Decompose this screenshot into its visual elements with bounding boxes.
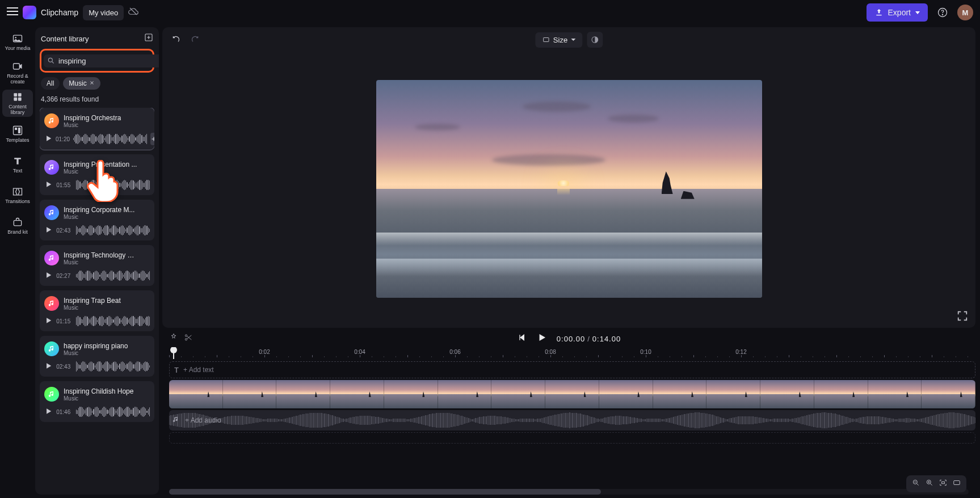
- play-button[interactable]: [536, 332, 546, 345]
- track-item[interactable]: Inspiring Presentation ...Music01:55: [40, 154, 154, 195]
- track-item[interactable]: happy inspiring pianoMusic02:43: [40, 336, 154, 377]
- svg-point-6: [15, 37, 16, 39]
- results-count: 4,366 results found: [40, 92, 154, 108]
- add-to-timeline-button[interactable]: [150, 133, 154, 145]
- add-text-placeholder[interactable]: + Add text: [183, 366, 214, 374]
- zoom-fit-button[interactable]: [939, 479, 947, 489]
- audio-lane[interactable]: + Add audio: [169, 410, 975, 431]
- music-note-icon: [44, 251, 59, 265]
- clear-search-button[interactable]: [157, 57, 159, 65]
- timeline-scrollbar-thumb[interactable]: [169, 489, 601, 495]
- zoom-out-button[interactable]: [912, 479, 920, 489]
- play-preview-button[interactable]: [44, 180, 53, 189]
- background-color-button[interactable]: [587, 32, 603, 48]
- user-avatar[interactable]: M: [957, 5, 973, 20]
- timeline-scrollbar[interactable]: [169, 489, 969, 495]
- preview-canvas[interactable]: [376, 80, 762, 298]
- ruler-label: 0:12: [735, 349, 746, 355]
- track-item[interactable]: Inspiring Corporate M...Music02:43: [40, 200, 154, 240]
- playhead[interactable]: [173, 347, 174, 359]
- empty-lane[interactable]: [169, 432, 975, 444]
- rail-your-media[interactable]: Your media: [2, 28, 33, 56]
- track-duration: 02:43: [56, 364, 73, 370]
- size-button[interactable]: Size: [535, 32, 582, 48]
- clip-thumbnail: [384, 380, 438, 408]
- chip-music[interactable]: Music: [63, 77, 100, 90]
- left-rail: Your media Record & create Content libra…: [0, 25, 35, 498]
- svg-rect-14: [18, 128, 20, 133]
- play-preview-button[interactable]: [44, 134, 52, 144]
- track-item[interactable]: Inspiring Trap BeatMusic01:15: [40, 290, 154, 331]
- play-preview-button[interactable]: [44, 362, 53, 371]
- chip-all[interactable]: All: [41, 77, 60, 90]
- rail-content-library[interactable]: Content library: [2, 90, 33, 117]
- add-audio-placeholder[interactable]: + Add audio: [185, 416, 221, 424]
- play-preview-button[interactable]: [44, 271, 53, 280]
- export-button[interactable]: Export: [867, 3, 928, 22]
- fullscreen-button[interactable]: [956, 310, 969, 322]
- project-name[interactable]: My video: [83, 5, 124, 20]
- music-note-icon: [44, 205, 59, 220]
- sync-status-icon: [128, 6, 138, 19]
- time-current: 0:00.00: [557, 335, 585, 343]
- help-button[interactable]: [935, 5, 950, 20]
- waveform: [73, 133, 147, 145]
- rail-label: Record & create: [2, 74, 33, 85]
- split-button[interactable]: [184, 333, 193, 344]
- ruler-label: 0:10: [640, 349, 651, 355]
- ruler-label: 0:04: [354, 349, 365, 355]
- video-lane[interactable]: [169, 380, 975, 408]
- undo-button[interactable]: [169, 32, 183, 45]
- clip-thumbnail: [814, 380, 868, 408]
- clip-thumbnail: [330, 380, 384, 408]
- track-item[interactable]: Inspiring OrchestraMusic01:20: [40, 108, 154, 150]
- zoom-slider-button[interactable]: [953, 479, 961, 489]
- search-icon: [47, 57, 55, 65]
- svg-rect-1: [7, 11, 18, 12]
- clip-thumbnail: [223, 380, 277, 408]
- results-list[interactable]: Inspiring OrchestraMusic01:20Inspiring P…: [40, 108, 154, 495]
- rail-brand-kit[interactable]: Brand kit: [2, 212, 33, 239]
- ruler-label: 0:06: [449, 349, 460, 355]
- svg-point-20: [185, 335, 187, 336]
- play-preview-button[interactable]: [44, 316, 53, 326]
- chip-remove-icon[interactable]: [89, 79, 95, 87]
- waveform: [76, 315, 150, 327]
- rail-label: Brand kit: [7, 230, 28, 235]
- track-item[interactable]: Inspiring Technology C...Music02:27: [40, 245, 154, 286]
- svg-rect-25: [954, 481, 960, 485]
- rail-label: Transitions: [5, 199, 30, 205]
- auto-enhance-button[interactable]: [169, 333, 178, 344]
- video-clip[interactable]: [169, 380, 975, 408]
- hamburger-menu[interactable]: [7, 6, 18, 19]
- clip-thumbnail: [438, 380, 492, 408]
- import-media-button[interactable]: [144, 33, 153, 44]
- music-note-icon: [44, 160, 59, 175]
- rail-record-create[interactable]: Record & create: [2, 59, 33, 86]
- redo-button[interactable]: [188, 32, 202, 45]
- seek-start-button[interactable]: [517, 333, 526, 344]
- zoom-in-button[interactable]: [926, 479, 933, 489]
- waveform: [76, 361, 150, 372]
- svg-rect-10: [14, 97, 17, 100]
- track-type: Music: [64, 259, 137, 265]
- play-preview-button[interactable]: [44, 407, 53, 416]
- svg-rect-0: [7, 7, 18, 9]
- music-note-icon: [44, 113, 59, 128]
- track-duration: 01:20: [56, 136, 70, 142]
- search-input[interactable]: [58, 57, 154, 65]
- rail-templates[interactable]: Templates: [2, 120, 33, 147]
- svg-rect-9: [18, 93, 22, 96]
- export-label: Export: [888, 8, 911, 17]
- track-title: Inspiring Trap Beat: [64, 297, 121, 305]
- rail-transitions[interactable]: Transitions: [2, 182, 33, 209]
- text-lane[interactable]: T + Add text: [169, 361, 975, 378]
- svg-rect-18: [543, 38, 548, 42]
- clip-thumbnail: [276, 380, 330, 408]
- timeline-ruler[interactable]: 0:020:040:060:080:100:12: [169, 347, 975, 360]
- svg-rect-11: [18, 97, 22, 100]
- track-item[interactable]: Inspiring Childish HopeMusic01:46: [40, 381, 154, 422]
- rail-text[interactable]: Text: [2, 151, 33, 178]
- svg-point-4: [942, 14, 943, 15]
- play-preview-button[interactable]: [44, 226, 53, 235]
